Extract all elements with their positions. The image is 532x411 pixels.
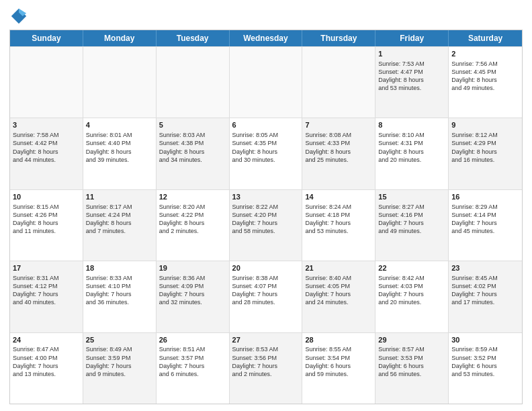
calendar-cell-0-2 — [157, 47, 230, 118]
cell-text: Sunrise: 7:58 AMSunset: 4:42 PMDaylight:… — [13, 131, 80, 164]
header-day-saturday: Saturday — [449, 30, 522, 46]
calendar-cell-2-4: 14Sunrise: 8:24 AMSunset: 4:18 PMDayligh… — [302, 190, 375, 261]
calendar-cell-1-3: 6Sunrise: 8:05 AMSunset: 4:35 PMDaylight… — [230, 118, 303, 189]
cell-text: Sunrise: 8:29 AMSunset: 4:14 PMDaylight:… — [451, 203, 519, 236]
day-number: 9 — [451, 120, 519, 130]
cell-text: Sunrise: 8:22 AMSunset: 4:20 PMDaylight:… — [232, 203, 300, 236]
header-day-thursday: Thursday — [302, 30, 375, 46]
calendar-cell-1-1: 4Sunrise: 8:01 AMSunset: 4:40 PMDaylight… — [83, 118, 157, 189]
day-number: 23 — [451, 263, 519, 273]
cell-text: Sunrise: 8:10 AMSunset: 4:31 PMDaylight:… — [378, 131, 445, 164]
calendar-row-0: 1Sunrise: 7:53 AMSunset: 4:47 PMDaylight… — [10, 46, 522, 118]
calendar-cell-3-3: 20Sunrise: 8:38 AMSunset: 4:07 PMDayligh… — [230, 261, 303, 332]
calendar-header: SundayMondayTuesdayWednesdayThursdayFrid… — [10, 30, 522, 46]
calendar-row-2: 10Sunrise: 8:15 AMSunset: 4:26 PMDayligh… — [10, 189, 522, 261]
calendar-row-3: 17Sunrise: 8:31 AMSunset: 4:12 PMDayligh… — [10, 261, 522, 332]
calendar-cell-3-0: 17Sunrise: 8:31 AMSunset: 4:12 PMDayligh… — [10, 261, 83, 332]
cell-text: Sunrise: 8:40 AMSunset: 4:05 PMDaylight:… — [305, 274, 372, 307]
calendar-cell-2-1: 11Sunrise: 8:17 AMSunset: 4:24 PMDayligh… — [83, 190, 157, 261]
page: SundayMondayTuesdayWednesdayThursdayFrid… — [0, 0, 532, 411]
day-number: 20 — [232, 263, 300, 273]
day-number: 28 — [305, 335, 372, 345]
day-number: 11 — [86, 192, 153, 202]
day-number: 19 — [159, 263, 226, 273]
cell-text: Sunrise: 8:20 AMSunset: 4:22 PMDaylight:… — [159, 203, 226, 236]
calendar-cell-1-4: 7Sunrise: 8:08 AMSunset: 4:33 PMDaylight… — [302, 118, 375, 189]
calendar-cell-0-5: 1Sunrise: 7:53 AMSunset: 4:47 PMDaylight… — [375, 47, 449, 118]
header-day-sunday: Sunday — [10, 30, 83, 46]
day-number: 5 — [159, 120, 226, 130]
calendar-body: 1Sunrise: 7:53 AMSunset: 4:47 PMDaylight… — [10, 46, 522, 404]
cell-text: Sunrise: 8:57 AMSunset: 3:53 PMDaylight:… — [378, 345, 445, 378]
cell-text: Sunrise: 8:53 AMSunset: 3:56 PMDaylight:… — [232, 345, 300, 378]
cell-text: Sunrise: 8:31 AMSunset: 4:12 PMDaylight:… — [13, 274, 80, 307]
cell-text: Sunrise: 8:27 AMSunset: 4:16 PMDaylight:… — [378, 203, 445, 236]
calendar-cell-4-6: 30Sunrise: 8:59 AMSunset: 3:52 PMDayligh… — [449, 333, 522, 404]
calendar: SundayMondayTuesdayWednesdayThursdayFrid… — [9, 30, 523, 404]
calendar-cell-4-3: 27Sunrise: 8:53 AMSunset: 3:56 PMDayligh… — [230, 333, 303, 404]
day-number: 12 — [159, 192, 226, 202]
day-number: 16 — [451, 192, 519, 202]
calendar-cell-4-2: 26Sunrise: 8:51 AMSunset: 3:57 PMDayligh… — [157, 333, 230, 404]
calendar-cell-2-5: 15Sunrise: 8:27 AMSunset: 4:16 PMDayligh… — [375, 190, 449, 261]
day-number: 21 — [305, 263, 372, 273]
day-number: 15 — [378, 192, 445, 202]
cell-text: Sunrise: 8:05 AMSunset: 4:35 PMDaylight:… — [232, 131, 300, 164]
cell-text: Sunrise: 8:36 AMSunset: 4:09 PMDaylight:… — [159, 274, 226, 307]
cell-text: Sunrise: 8:51 AMSunset: 3:57 PMDaylight:… — [159, 345, 226, 378]
calendar-cell-1-0: 3Sunrise: 7:58 AMSunset: 4:42 PMDaylight… — [10, 118, 83, 189]
day-number: 2 — [451, 49, 519, 59]
day-number: 13 — [232, 192, 300, 202]
header — [9, 7, 523, 26]
calendar-cell-0-3 — [230, 47, 303, 118]
day-number: 3 — [13, 120, 80, 130]
calendar-cell-1-6: 9Sunrise: 8:12 AMSunset: 4:29 PMDaylight… — [449, 118, 522, 189]
day-number: 22 — [378, 263, 445, 273]
cell-text: Sunrise: 7:53 AMSunset: 4:47 PMDaylight:… — [378, 60, 445, 93]
cell-text: Sunrise: 8:33 AMSunset: 4:10 PMDaylight:… — [86, 274, 153, 307]
cell-text: Sunrise: 8:45 AMSunset: 4:02 PMDaylight:… — [451, 274, 519, 307]
day-number: 24 — [13, 335, 80, 345]
calendar-row-1: 3Sunrise: 7:58 AMSunset: 4:42 PMDaylight… — [10, 118, 522, 189]
day-number: 30 — [451, 335, 519, 345]
calendar-cell-2-0: 10Sunrise: 8:15 AMSunset: 4:26 PMDayligh… — [10, 190, 83, 261]
day-number: 4 — [86, 120, 153, 130]
calendar-cell-4-0: 24Sunrise: 8:47 AMSunset: 4:00 PMDayligh… — [10, 333, 83, 404]
calendar-cell-0-4 — [302, 47, 375, 118]
cell-text: Sunrise: 8:15 AMSunset: 4:26 PMDaylight:… — [13, 203, 80, 236]
calendar-cell-1-2: 5Sunrise: 8:03 AMSunset: 4:38 PMDaylight… — [157, 118, 230, 189]
calendar-cell-4-4: 28Sunrise: 8:55 AMSunset: 3:54 PMDayligh… — [302, 333, 375, 404]
day-number: 26 — [159, 335, 226, 345]
day-number: 29 — [378, 335, 445, 345]
calendar-row-4: 24Sunrise: 8:47 AMSunset: 4:00 PMDayligh… — [10, 332, 522, 404]
cell-text: Sunrise: 8:01 AMSunset: 4:40 PMDaylight:… — [86, 131, 153, 164]
calendar-cell-0-6: 2Sunrise: 7:56 AMSunset: 4:45 PMDaylight… — [449, 47, 522, 118]
day-number: 7 — [305, 120, 372, 130]
calendar-cell-1-5: 8Sunrise: 8:10 AMSunset: 4:31 PMDaylight… — [375, 118, 449, 189]
cell-text: Sunrise: 8:24 AMSunset: 4:18 PMDaylight:… — [305, 203, 372, 236]
calendar-cell-3-2: 19Sunrise: 8:36 AMSunset: 4:09 PMDayligh… — [157, 261, 230, 332]
day-number: 14 — [305, 192, 372, 202]
calendar-cell-3-4: 21Sunrise: 8:40 AMSunset: 4:05 PMDayligh… — [302, 261, 375, 332]
calendar-cell-4-5: 29Sunrise: 8:57 AMSunset: 3:53 PMDayligh… — [375, 333, 449, 404]
cell-text: Sunrise: 8:08 AMSunset: 4:33 PMDaylight:… — [305, 131, 372, 164]
logo — [9, 7, 31, 26]
day-number: 17 — [13, 263, 80, 273]
day-number: 10 — [13, 192, 80, 202]
logo-icon — [9, 7, 28, 26]
header-day-monday: Monday — [83, 30, 157, 46]
cell-text: Sunrise: 8:42 AMSunset: 4:03 PMDaylight:… — [378, 274, 445, 307]
calendar-cell-2-6: 16Sunrise: 8:29 AMSunset: 4:14 PMDayligh… — [449, 190, 522, 261]
cell-text: Sunrise: 8:59 AMSunset: 3:52 PMDaylight:… — [451, 345, 519, 378]
calendar-cell-3-1: 18Sunrise: 8:33 AMSunset: 4:10 PMDayligh… — [83, 261, 157, 332]
calendar-cell-0-1 — [83, 47, 157, 118]
day-number: 6 — [232, 120, 300, 130]
cell-text: Sunrise: 8:49 AMSunset: 3:59 PMDaylight:… — [86, 345, 153, 378]
calendar-cell-3-6: 23Sunrise: 8:45 AMSunset: 4:02 PMDayligh… — [449, 261, 522, 332]
cell-text: Sunrise: 7:56 AMSunset: 4:45 PMDaylight:… — [451, 60, 519, 93]
day-number: 25 — [86, 335, 153, 345]
cell-text: Sunrise: 8:47 AMSunset: 4:00 PMDaylight:… — [13, 345, 80, 378]
calendar-cell-0-0 — [10, 47, 83, 118]
calendar-cell-4-1: 25Sunrise: 8:49 AMSunset: 3:59 PMDayligh… — [83, 333, 157, 404]
header-day-tuesday: Tuesday — [157, 30, 230, 46]
